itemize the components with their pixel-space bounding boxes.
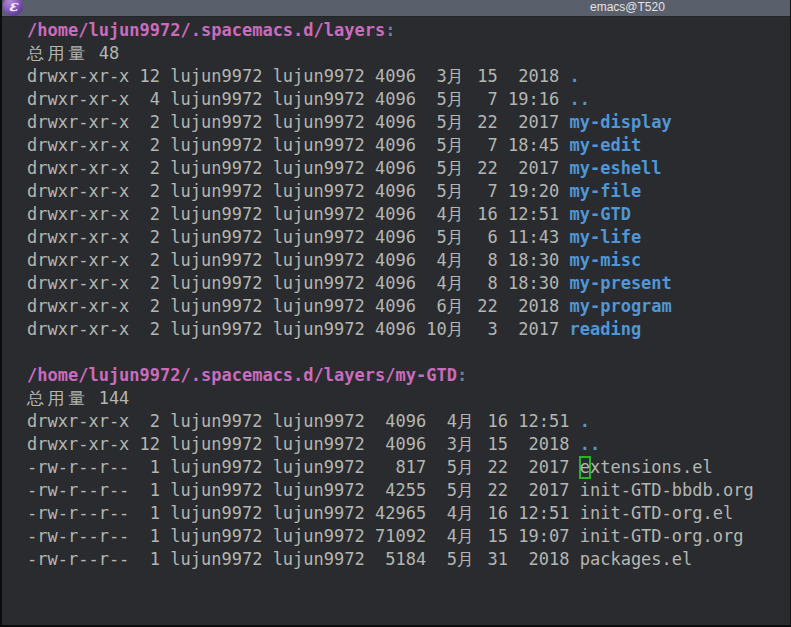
total-usage-line: 总用量 48 <box>27 42 790 65</box>
listing-header: /home/lujun9972/.spacemacs.d/layers: <box>27 19 790 42</box>
cjk-char: 月 <box>447 249 467 272</box>
cjk-char: 月 <box>447 226 467 249</box>
listing-row: -rw-r--r-- 1 lujun9972 lujun9972 5184 5月… <box>27 548 790 571</box>
file-attributes: drwxr-xr-x 2 lujun9972 lujun9972 4096 6月… <box>27 296 569 316</box>
directory-name[interactable]: my-life <box>569 227 641 247</box>
file-attributes: drwxr-xr-x 4 lujun9972 lujun9972 4096 5月… <box>27 89 569 109</box>
cjk-char: 月 <box>457 456 477 479</box>
directory-name[interactable]: . <box>580 411 590 431</box>
file-attributes: drwxr-xr-x 2 lujun9972 lujun9972 4096 4月… <box>27 250 569 270</box>
file-attributes: -rw-r--r-- 1 lujun9972 lujun9972 5184 5月… <box>27 549 580 569</box>
cjk-char: 量 <box>68 42 88 65</box>
directory-name[interactable]: my-misc <box>569 250 641 270</box>
listing-row: drwxr-xr-x 2 lujun9972 lujun9972 4096 5月… <box>27 157 790 180</box>
cjk-char: 月 <box>447 157 467 180</box>
directory-path[interactable]: /home/lujun9972/.spacemacs.d/layers/my-G… <box>27 365 457 385</box>
file-attributes: drwxr-xr-x 12 lujun9972 lujun9972 4096 3… <box>27 434 580 454</box>
file-attributes: -rw-r--r-- 1 lujun9972 lujun9972 4255 5月… <box>27 480 580 500</box>
cjk-char: 月 <box>447 203 467 226</box>
emacs-buffer[interactable]: /home/lujun9972/.spacemacs.d/layers:总用量 … <box>2 17 790 625</box>
listing-row: drwxr-xr-x 2 lujun9972 lujun9972 4096 4月… <box>27 203 790 226</box>
directory-name[interactable]: my-GTD <box>569 204 630 224</box>
cjk-char: 用 <box>47 387 67 410</box>
cjk-char: 月 <box>447 65 467 88</box>
cjk-char: 月 <box>447 134 467 157</box>
cjk-char: 月 <box>457 479 477 502</box>
listing-row: drwxr-xr-x 2 lujun9972 lujun9972 4096 10… <box>27 318 790 341</box>
listing-header: /home/lujun9972/.spacemacs.d/layers/my-G… <box>27 364 790 387</box>
file-name[interactable]: extensions.el <box>580 457 713 477</box>
file-name[interactable]: init-GTD-bbdb.org <box>580 480 754 500</box>
cjk-char: 月 <box>457 525 477 548</box>
cjk-char: 总 <box>27 42 47 65</box>
file-attributes: -rw-r--r-- 1 lujun9972 lujun9972 71092 4… <box>27 526 580 546</box>
path-colon: : <box>385 20 395 40</box>
file-attributes: -rw-r--r-- 1 lujun9972 lujun9972 817 5月 … <box>27 457 580 477</box>
listing-row: drwxr-xr-x 2 lujun9972 lujun9972 4096 4月… <box>27 410 790 433</box>
directory-name[interactable]: my-display <box>569 112 671 132</box>
cjk-char: 量 <box>68 387 88 410</box>
cjk-char: 月 <box>447 111 467 134</box>
file-attributes: drwxr-xr-x 2 lujun9972 lujun9972 4096 4月… <box>27 411 580 431</box>
listing-row: drwxr-xr-x 2 lujun9972 lujun9972 4096 5月… <box>27 111 790 134</box>
directory-listing: /home/lujun9972/.spacemacs.d/layers/my-G… <box>27 364 790 571</box>
emacs-window: ε emacs@T520 /home/lujun9972/.spacemacs.… <box>0 0 791 627</box>
cjk-char: 月 <box>447 318 467 341</box>
directory-name[interactable]: .. <box>569 89 589 109</box>
file-attributes: -rw-r--r-- 1 lujun9972 lujun9972 42965 4… <box>27 503 580 523</box>
listing-row: drwxr-xr-x 12 lujun9972 lujun9972 4096 3… <box>27 65 790 88</box>
listing-row: drwxr-xr-x 2 lujun9972 lujun9972 4096 4月… <box>27 272 790 295</box>
listing-row: drwxr-xr-x 2 lujun9972 lujun9972 4096 5月… <box>27 180 790 203</box>
listing-row: drwxr-xr-x 2 lujun9972 lujun9972 4096 5月… <box>27 134 790 157</box>
file-attributes: drwxr-xr-x 2 lujun9972 lujun9972 4096 5月… <box>27 135 569 155</box>
directory-name[interactable]: reading <box>569 319 641 339</box>
directory-name[interactable]: my-eshell <box>569 158 661 178</box>
file-attributes: drwxr-xr-x 2 lujun9972 lujun9972 4096 5月… <box>27 227 569 247</box>
cjk-char: 月 <box>457 410 477 433</box>
file-name[interactable]: init-GTD-org.org <box>580 526 744 546</box>
listing-row: drwxr-xr-x 2 lujun9972 lujun9972 4096 4月… <box>27 249 790 272</box>
file-attributes: drwxr-xr-x 2 lujun9972 lujun9972 4096 4月… <box>27 273 569 293</box>
emacs-icon[interactable]: ε <box>3 0 23 16</box>
directory-name[interactable]: .. <box>580 434 600 454</box>
listing-row: drwxr-xr-x 4 lujun9972 lujun9972 4096 5月… <box>27 88 790 111</box>
directory-name[interactable]: . <box>569 66 579 86</box>
listing-row: -rw-r--r-- 1 lujun9972 lujun9972 42965 4… <box>27 502 790 525</box>
file-name[interactable]: init-GTD-org.el <box>580 503 734 523</box>
cjk-char: 用 <box>47 42 67 65</box>
total-usage-line: 总用量 144 <box>27 387 790 410</box>
cjk-char: 月 <box>447 272 467 295</box>
file-attributes: drwxr-xr-x 2 lujun9972 lujun9972 4096 5月… <box>27 112 569 132</box>
cjk-char: 月 <box>447 180 467 203</box>
directory-listing: /home/lujun9972/.spacemacs.d/layers:总用量 … <box>27 19 790 341</box>
directory-name[interactable]: my-present <box>569 273 671 293</box>
listing-row: drwxr-xr-x 12 lujun9972 lujun9972 4096 3… <box>27 433 790 456</box>
listing-row: -rw-r--r-- 1 lujun9972 lujun9972 4255 5月… <box>27 479 790 502</box>
cjk-char: 月 <box>447 88 467 111</box>
file-attributes: drwxr-xr-x 2 lujun9972 lujun9972 4096 5月… <box>27 158 569 178</box>
path-colon: : <box>457 365 467 385</box>
file-attributes: drwxr-xr-x 2 lujun9972 lujun9972 4096 10… <box>27 319 569 339</box>
cjk-char: 月 <box>457 433 477 456</box>
listing-row: -rw-r--r-- 1 lujun9972 lujun9972 817 5月 … <box>27 456 790 479</box>
window-titlebar: ε emacs@T520 <box>0 0 791 17</box>
directory-name[interactable]: my-program <box>569 296 671 316</box>
window-title: emacs@T520 <box>590 0 665 16</box>
cjk-char: 总 <box>27 387 47 410</box>
listing-row: drwxr-xr-x 2 lujun9972 lujun9972 4096 5月… <box>27 226 790 249</box>
directory-name[interactable]: my-edit <box>569 135 641 155</box>
cjk-char: 月 <box>457 502 477 525</box>
directory-name[interactable]: my-file <box>569 181 641 201</box>
file-attributes: drwxr-xr-x 2 lujun9972 lujun9972 4096 4月… <box>27 204 569 224</box>
cjk-char: 月 <box>457 548 477 571</box>
file-attributes: drwxr-xr-x 2 lujun9972 lujun9972 4096 5月… <box>27 181 569 201</box>
cjk-char: 月 <box>447 295 467 318</box>
text-cursor: e <box>579 456 591 479</box>
file-name[interactable]: packages.el <box>580 549 693 569</box>
file-attributes: drwxr-xr-x 12 lujun9972 lujun9972 4096 3… <box>27 66 569 86</box>
listing-row: -rw-r--r-- 1 lujun9972 lujun9972 71092 4… <box>27 525 790 548</box>
listing-row: drwxr-xr-x 2 lujun9972 lujun9972 4096 6月… <box>27 295 790 318</box>
directory-path[interactable]: /home/lujun9972/.spacemacs.d/layers <box>27 20 385 40</box>
